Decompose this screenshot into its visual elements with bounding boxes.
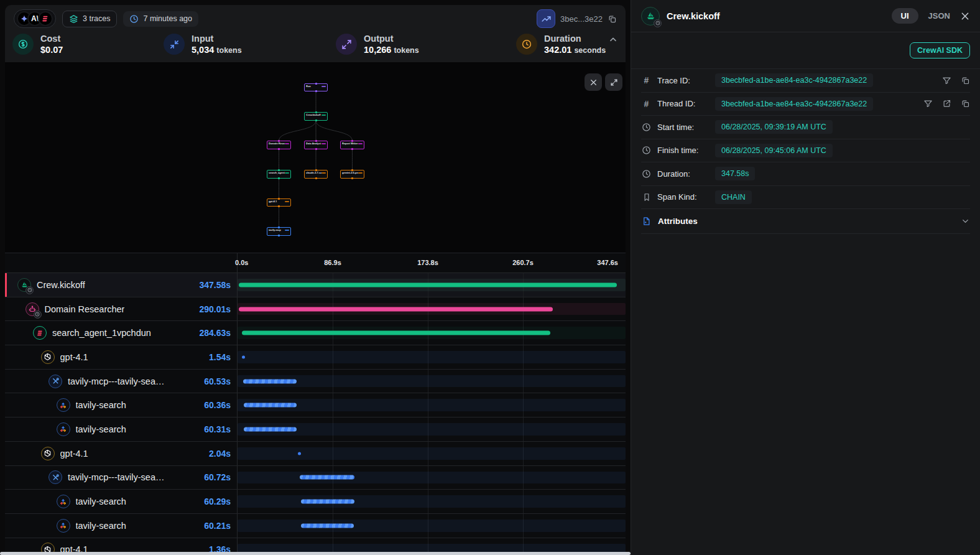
span-duration: 347.58s <box>199 280 231 290</box>
timeline-lane <box>238 345 618 369</box>
branch-arrows-icon <box>57 519 70 533</box>
attributes-section[interactable]: Attributes <box>641 209 970 234</box>
duration-bar[interactable] <box>239 282 617 287</box>
duration-track <box>238 472 626 484</box>
graph-node-mcp[interactable]: tavily-mcp <box>267 227 291 236</box>
copy-icon[interactable] <box>961 99 970 108</box>
copy-icon[interactable] <box>608 14 617 24</box>
external-link-icon[interactable] <box>942 99 951 108</box>
waterfall-row[interactable]: gpt-4.12.04s <box>5 442 626 466</box>
duration-bar[interactable] <box>242 355 245 358</box>
close-icon[interactable] <box>960 11 970 21</box>
graph-node-badge <box>358 143 363 145</box>
tab-json[interactable]: JSON <box>928 11 950 21</box>
tools-icon <box>49 375 62 388</box>
span-name: tavily-mcp---tavily-sea… <box>68 376 165 386</box>
clock-subbadge-icon <box>34 310 42 319</box>
span-details-panel: Crew.kickoff UI JSON CrewAI SDK #Trace I… <box>631 0 980 555</box>
hash-icon: # <box>641 99 652 109</box>
agent-robot-icon <box>25 302 39 316</box>
waterfall-row[interactable]: tavily-search60.31s <box>5 417 626 442</box>
waterfall-row[interactable]: tavily-mcp---tavily-sea…60.53s <box>5 370 626 394</box>
waterfall-row[interactable]: search_agent_1vpchdun284.63s <box>5 321 626 345</box>
duration-bar[interactable] <box>239 307 553 311</box>
duration-bar[interactable] <box>300 475 354 480</box>
output-tokens-icon <box>336 34 357 55</box>
graph-node-label: Report Writer <box>342 142 358 145</box>
trace-graph-minimap[interactable]: RunCrew.kickoffDomain Research...Data An… <box>5 62 626 253</box>
tab-ui[interactable]: UI <box>892 8 918 24</box>
detail-row: #Trace ID:3becbfed-a1be-ae84-ea3c-494286… <box>641 69 970 93</box>
duration-bar[interactable] <box>244 427 297 431</box>
filter-icon[interactable] <box>942 76 951 85</box>
span-name: tavily-mcp---tavily-sea… <box>68 472 165 482</box>
branch-arrows-icon <box>57 495 70 508</box>
field-label: Finish time: <box>657 146 710 155</box>
duration-bar[interactable] <box>301 500 354 504</box>
clock-icon <box>641 123 652 132</box>
chevron-down-icon[interactable] <box>961 217 970 226</box>
timeline-lane <box>238 514 618 538</box>
timeline-lane <box>238 490 618 513</box>
graph-node-run[interactable]: Run <box>304 83 328 91</box>
waterfall-row[interactable]: tavily-mcp---tavily-sea…60.72s <box>5 466 626 490</box>
duration-bar[interactable] <box>242 331 550 335</box>
timeline-lane <box>238 442 618 465</box>
graph-node-badge <box>285 201 289 203</box>
detail-row: Span Kind:CHAIN <box>641 186 970 210</box>
dollar-icon <box>12 34 34 55</box>
waterfall-row[interactable]: tavily-search60.36s <box>5 393 626 417</box>
duration-bar[interactable] <box>244 403 297 408</box>
duration-track <box>238 520 626 532</box>
graph-node-llm1[interactable]: claude-3-7-sonnet <box>304 170 328 179</box>
node-handle <box>315 83 317 85</box>
clock-subbadge-icon <box>654 19 662 27</box>
trend-chart-button[interactable] <box>537 9 555 28</box>
field-value-chip: 3becbfed-a1be-ae84-ea3c-4942867a3e22 <box>715 73 873 87</box>
expand-icon[interactable] <box>605 73 622 91</box>
graph-node-label: tavily-mcp <box>269 228 285 231</box>
field-value-chip: 06/28/2025, 09:45:06 AM UTC <box>715 144 833 157</box>
duration-icon <box>516 34 537 55</box>
span-duration: 60.29s <box>204 497 231 506</box>
branch-arrows-icon <box>57 422 70 436</box>
filter-icon[interactable] <box>923 99 933 108</box>
graph-node-label: gemini-2.5-pro <box>342 171 358 174</box>
waterfall-row[interactable]: tavily-search60.21s <box>5 514 626 538</box>
tools-icon <box>49 470 62 484</box>
node-handle <box>315 111 317 113</box>
graph-node-kickoff[interactable]: Crew.kickoff <box>304 112 328 121</box>
trace-panel: A\ 3 traces 7 minutes ago 3bec...3e22 <box>0 0 631 555</box>
graph-node-badge <box>321 143 326 145</box>
traces-count-badge[interactable]: 3 traces <box>62 11 117 27</box>
waterfall-row[interactable]: Crew.kickoff347.58s <box>5 273 626 297</box>
copy-icon[interactable] <box>961 76 970 85</box>
waterfall-row[interactable]: gpt-4.11.54s <box>5 345 626 370</box>
graph-node-writer[interactable]: Report Writer <box>340 141 364 149</box>
duration-bar[interactable] <box>301 523 354 528</box>
graph-node-search[interactable]: search_agent <box>267 170 291 179</box>
graph-node-llm2[interactable]: gemini-2.5-pro <box>340 170 364 179</box>
graph-node-gpt[interactable]: gpt-4.1 <box>267 198 291 207</box>
duration-bar[interactable] <box>243 379 297 383</box>
stat-input: Input 5,034 tokens <box>164 34 336 55</box>
waterfall-row[interactable]: Domain Researcher290.01s <box>5 297 626 322</box>
timeline-lane <box>238 370 618 393</box>
waterfall-row[interactable]: tavily-search60.29s <box>5 490 626 514</box>
trace-short-id: 3bec...3e22 <box>560 14 603 24</box>
horizontal-scrollbar[interactable] <box>0 552 631 555</box>
stat-label: Output <box>364 34 419 44</box>
span-duration: 60.36s <box>204 400 231 410</box>
detail-row: Duration:347.58s <box>641 162 970 186</box>
provider-avatars[interactable]: A\ <box>14 9 56 28</box>
close-icon[interactable] <box>585 73 602 91</box>
graph-node-analyst[interactable]: Data Analyst <box>304 141 328 149</box>
chevron-up-icon[interactable] <box>608 35 618 45</box>
graph-node-domain[interactable]: Domain Research... <box>267 141 291 149</box>
timeline-axis: 0.0s 86.9s 173.8s 260.7s 347.6s <box>5 253 626 273</box>
duration-bar[interactable] <box>298 452 301 455</box>
node-handle <box>278 169 280 171</box>
stat-duration: Duration 342.01 seconds <box>516 34 606 55</box>
detail-row: #Thread ID:3becbfed-a1be-ae84-ea3c-49428… <box>641 93 970 116</box>
axis-tick: 173.8s <box>417 259 438 266</box>
